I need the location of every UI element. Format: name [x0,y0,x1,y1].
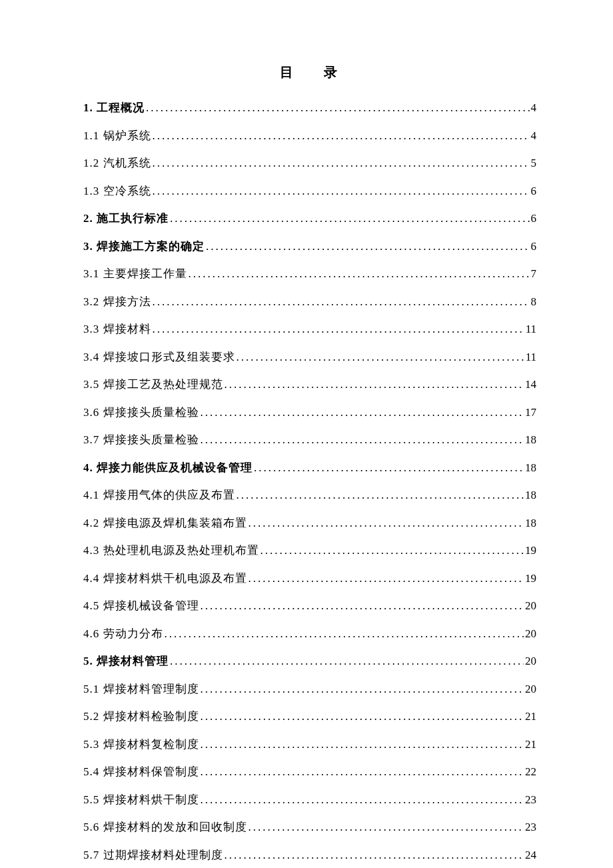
toc-leader-dots [247,821,524,834]
toc-entry: 3.2 焊接方法8 [83,294,536,309]
toc-leader-dots [151,295,530,309]
toc-leader-dots [247,572,524,585]
toc-entry-page: 24 [525,849,536,862]
toc-entry: 5.7 过期焊接材料处理制度24 [83,847,536,863]
toc-entry-page: 6 [531,185,537,198]
toc-entry: 1.3 空冷系统6 [83,183,536,199]
toc-leader-dots [169,655,524,668]
toc-entry-label: 4.1 焊接用气体的供应及布置 [83,487,235,503]
toc-entry-label: 5.3 焊接材料复检制度 [83,737,199,752]
toc-entry: 4.2 焊接电源及焊机集装箱布置18 [83,515,536,531]
toc-entry-label: 5.7 过期焊接材料处理制度 [83,847,223,863]
toc-entry-page: 8 [531,295,537,309]
toc-entry-page: 14 [525,378,536,391]
toc-leader-dots [199,793,524,807]
toc-leader-dots [235,489,524,502]
toc-entry: 5. 焊接材料管理 20 [83,653,536,669]
toc-entry: 1.2 汽机系统5 [83,155,536,171]
toc-entry: 4.5 焊接机械设备管理20 [83,598,536,613]
toc-entry-page: 22 [525,765,536,779]
toc-entry-page: 17 [525,406,536,419]
toc-entry: 3.3 焊接材料11 [83,321,536,337]
title-left: 目 [280,65,296,79]
toc-entry: 3. 焊接施工方案的确定6 [83,239,536,254]
toc-leader-dots [151,129,530,143]
toc-entry-label: 5. 焊接材料管理 [83,653,169,669]
toc-entry-page: 4 [531,129,537,143]
toc-entry-page: 23 [525,793,536,807]
toc-leader-dots [199,683,524,696]
toc-entry: 4.6 劳动力分布20 [83,626,536,641]
toc-entry-page: 21 [525,738,536,751]
toc-leader-dots [199,406,524,419]
toc-entry: 2. 施工执行标准6 [83,211,536,226]
toc-entry-page: 4 [531,101,537,115]
toc-leader-dots [235,351,524,364]
toc-entry-page: 6 [531,240,537,253]
toc-entry: 5.3 焊接材料复检制度21 [83,737,536,752]
page-title: 目录 [83,63,536,81]
toc-entry: 5.5 焊接材料烘干制度23 [83,792,536,807]
toc-leader-dots [199,599,524,613]
toc-entry: 4.3 热处理机电源及热处理机布置19 [83,543,536,558]
toc-entry-page: 21 [525,710,536,723]
toc-entry: 3.1 主要焊接工作量7 [83,266,536,281]
toc-entry-page: 18 [525,461,536,475]
toc-entry: 5.2 焊接材料检验制度21 [83,709,536,724]
toc-entry-page: 11 [526,351,536,364]
toc-leader-dots [145,101,530,115]
toc-leader-dots [247,517,524,530]
toc-entry-page: 6 [531,212,537,225]
toc-entry-page: 20 [525,655,536,668]
toc-entry-label: 4.5 焊接机械设备管理 [83,598,199,613]
toc-entry: 3.5 焊接工艺及热处理规范14 [83,377,536,392]
toc-entry-label: 1.3 空冷系统 [83,183,151,199]
toc-entry-page: 20 [525,683,536,696]
toc-leader-dots [199,765,524,779]
toc-entry-label: 3.1 主要焊接工作量 [83,266,187,281]
toc-entry: 5.6 焊接材料的发放和回收制度23 [83,819,536,835]
toc-leader-dots [199,433,524,447]
toc-entry-page: 23 [525,821,536,834]
toc-entry-page: 11 [526,323,536,336]
toc-entry-label: 3.5 焊接工艺及热处理规范 [83,377,223,392]
toc-leader-dots [223,849,524,862]
toc-entry-page: 19 [525,544,536,557]
toc-entry-label: 4.6 劳动力分布 [83,626,163,641]
toc-entry-page: 18 [525,517,536,530]
toc-entry-label: 5.2 焊接材料检验制度 [83,709,199,724]
toc-leader-dots [169,212,530,225]
toc-entry-label: 4.3 热处理机电源及热处理机布置 [83,543,259,558]
toc-entry: 1. 工程概况4 [83,100,536,115]
toc-leader-dots [151,323,524,336]
toc-leader-dots [151,157,530,170]
toc-entry-page: 18 [525,489,536,502]
toc-entry: 4.4 焊接材料烘干机电源及布置19 [83,571,536,586]
toc-leader-dots [151,185,530,198]
toc-entry: 1.1 锅炉系统4 [83,128,536,143]
toc-entry: 3.6 焊接接头质量检验17 [83,405,536,420]
toc-entry-page: 7 [531,267,537,281]
toc-entry-page: 20 [525,599,536,613]
toc-entry-label: 3.2 焊接方法 [83,294,151,309]
toc-entry-label: 5.5 焊接材料烘干制度 [83,792,199,807]
toc-leader-dots [205,240,530,253]
toc-entry-label: 4.4 焊接材料烘干机电源及布置 [83,571,247,586]
toc-entry-page: 20 [525,627,536,641]
toc-entry-label: 4. 焊接力能供应及机械设备管理 [83,460,253,475]
title-right: 录 [324,65,340,79]
toc-leader-dots [259,544,524,557]
toc-entry-label: 3. 焊接施工方案的确定 [83,239,205,254]
toc-entry-label: 3.7 焊接接头质量检验 [83,432,199,447]
toc-leader-dots [163,627,524,641]
toc-entry-page: 19 [525,572,536,585]
toc-entry: 5.1 焊接材料管理制度20 [83,681,536,697]
toc-leader-dots [199,710,524,723]
toc-leader-dots [199,738,524,751]
toc-entry: 3.4 焊接坡口形式及组装要求11 [83,349,536,365]
toc-entry-label: 3.4 焊接坡口形式及组装要求 [83,349,235,365]
toc-entry: 3.7 焊接接头质量检验18 [83,432,536,447]
toc-entry-label: 1.1 锅炉系统 [83,128,151,143]
toc-entry-label: 1. 工程概况 [83,100,145,115]
toc-entry-label: 5.6 焊接材料的发放和回收制度 [83,819,247,835]
